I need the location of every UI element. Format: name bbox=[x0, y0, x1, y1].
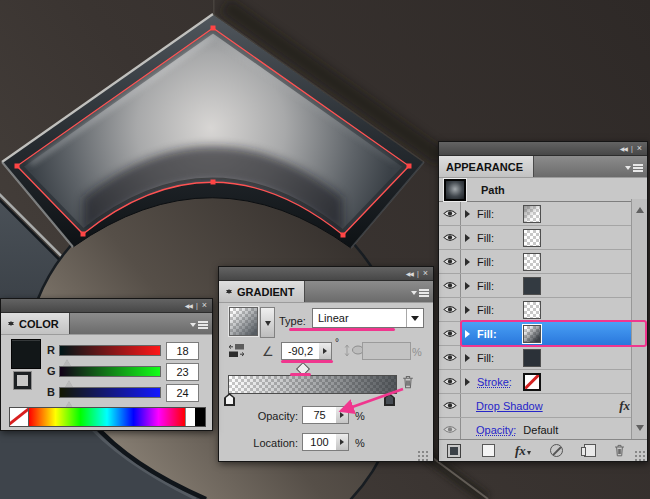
appearance-row-opacity[interactable]: Opacity: Default bbox=[439, 418, 647, 441]
gradient-preset-dropdown[interactable] bbox=[260, 307, 275, 338]
slider-handle-icon[interactable] bbox=[63, 355, 71, 366]
green-channel-slider[interactable] bbox=[59, 366, 161, 377]
slider-handle-icon[interactable] bbox=[65, 376, 73, 387]
opacity-label: Opacity: bbox=[219, 410, 298, 422]
tab-appearance[interactable]: APPEARANCE bbox=[439, 156, 534, 177]
drop-shadow-link[interactable]: Drop Shadow bbox=[476, 400, 543, 412]
titlebar-divider: | bbox=[417, 270, 419, 277]
gradient-stop-start[interactable] bbox=[224, 393, 235, 406]
visibility-toggle[interactable] bbox=[439, 250, 461, 273]
disclosure-triangle-icon[interactable] bbox=[465, 282, 474, 290]
location-spinner-button[interactable] bbox=[336, 433, 349, 451]
red-channel-slider[interactable] bbox=[59, 345, 161, 356]
visibility-toggle[interactable] bbox=[439, 226, 461, 249]
fill-swatch[interactable] bbox=[523, 253, 541, 271]
appearance-panel: ◀◀ | × APPEARANCE Path Fill: bbox=[438, 141, 648, 462]
titlebar-divider: | bbox=[631, 145, 633, 152]
blue-value-input[interactable]: 24 bbox=[166, 384, 199, 402]
blue-channel-slider[interactable] bbox=[59, 387, 161, 398]
visibility-toggle[interactable] bbox=[439, 394, 461, 417]
panel-tabbar: APPEARANCE bbox=[439, 156, 647, 178]
tab-gradient[interactable]: GRADIENT bbox=[219, 281, 305, 302]
disclosure-triangle-icon[interactable] bbox=[465, 354, 474, 362]
close-panel-icon[interactable]: × bbox=[423, 269, 428, 278]
appearance-row-fill-4[interactable]: Fill: bbox=[439, 274, 647, 298]
appearance-row-fill-5[interactable]: Fill: bbox=[439, 298, 647, 322]
collapse-panel-icon[interactable]: ◀◀ bbox=[406, 271, 413, 277]
path-thumbnail[interactable] bbox=[444, 179, 466, 201]
add-new-effect-button[interactable]: fx bbox=[515, 443, 531, 459]
appearance-row-stroke[interactable]: Stroke: bbox=[439, 370, 647, 394]
gradient-thumbnail[interactable] bbox=[229, 307, 258, 336]
gradient-angle-input[interactable]: -90,2 bbox=[281, 342, 320, 360]
reverse-gradient-icon[interactable] bbox=[228, 343, 245, 358]
collapse-panel-icon[interactable]: ◀◀ bbox=[620, 146, 627, 152]
eye-icon bbox=[443, 401, 457, 410]
appearance-row-drop-shadow[interactable]: Drop Shadow fx bbox=[439, 394, 647, 418]
tab-color[interactable]: COLOR bbox=[1, 313, 70, 334]
dropdown-arrow-icon[interactable] bbox=[406, 309, 423, 327]
appearance-row-fill-1[interactable]: Fill: bbox=[439, 202, 647, 226]
rainbow-ramp[interactable] bbox=[29, 408, 185, 426]
duplicate-item-button[interactable] bbox=[584, 444, 596, 457]
close-panel-icon[interactable]: × bbox=[202, 301, 207, 310]
visibility-toggle[interactable] bbox=[439, 370, 461, 393]
appearance-row-fill-6-selected[interactable]: Fill: bbox=[439, 322, 647, 346]
visibility-toggle[interactable] bbox=[439, 274, 461, 297]
visibility-toggle[interactable] bbox=[439, 418, 461, 441]
black-swatch[interactable] bbox=[195, 408, 205, 426]
fill-color-proxy[interactable] bbox=[11, 339, 41, 369]
visibility-toggle[interactable] bbox=[439, 346, 461, 369]
panel-resize-grip[interactable] bbox=[417, 450, 428, 461]
stroke-color-proxy[interactable] bbox=[14, 372, 31, 389]
disclosure-triangle-icon[interactable] bbox=[465, 234, 474, 242]
appearance-row-fill-7[interactable]: Fill: bbox=[439, 346, 647, 370]
fill-swatch[interactable] bbox=[523, 205, 541, 223]
visibility-toggle[interactable] bbox=[439, 298, 461, 321]
opacity-link[interactable]: Opacity: bbox=[476, 424, 516, 436]
panel-cycle-icon bbox=[8, 318, 15, 329]
disclosure-triangle-icon[interactable] bbox=[465, 306, 474, 314]
scroll-up-icon[interactable] bbox=[636, 203, 644, 213]
close-panel-icon[interactable]: × bbox=[637, 144, 642, 153]
clear-appearance-button[interactable] bbox=[550, 444, 563, 457]
appearance-row-fill-2[interactable]: Fill: bbox=[439, 226, 647, 250]
add-new-stroke-button[interactable] bbox=[447, 444, 461, 458]
green-value-input[interactable]: 23 bbox=[166, 363, 199, 381]
visibility-toggle[interactable] bbox=[439, 202, 461, 225]
stop-location-input[interactable]: 100 bbox=[302, 433, 337, 451]
visibility-toggle[interactable] bbox=[439, 322, 461, 345]
angle-spinner-button[interactable] bbox=[319, 342, 332, 360]
none-color-swatch[interactable] bbox=[10, 408, 29, 426]
stroke-link[interactable]: Stroke: bbox=[477, 376, 520, 388]
panel-resize-grip[interactable] bbox=[634, 450, 645, 461]
color-spectrum-ramp[interactable] bbox=[9, 407, 206, 427]
panel-menu-icon[interactable] bbox=[411, 287, 429, 298]
collapse-panel-icon[interactable]: ◀◀ bbox=[185, 303, 192, 309]
disclosure-triangle-icon[interactable] bbox=[465, 210, 474, 218]
location-label: Location: bbox=[219, 437, 298, 449]
fill-swatch[interactable] bbox=[523, 277, 541, 295]
disclosure-triangle-icon[interactable] bbox=[465, 258, 474, 266]
gradient-fill-swatch[interactable] bbox=[523, 325, 541, 343]
fill-swatch[interactable] bbox=[523, 229, 541, 247]
red-value-input[interactable]: 18 bbox=[166, 342, 199, 360]
disclosure-triangle-icon[interactable] bbox=[465, 330, 474, 338]
row-label: Fill: bbox=[477, 352, 520, 364]
fill-swatch[interactable] bbox=[523, 349, 541, 367]
delete-item-button[interactable] bbox=[614, 444, 625, 457]
stroke-none-swatch[interactable] bbox=[523, 373, 541, 391]
opacity-value: Default bbox=[523, 424, 558, 436]
appearance-row-fill-3[interactable]: Fill: bbox=[439, 250, 647, 274]
appearance-scrollbar[interactable] bbox=[631, 199, 647, 439]
panel-menu-icon[interactable] bbox=[190, 319, 208, 330]
panel-menu-icon[interactable] bbox=[625, 162, 643, 173]
white-swatch[interactable] bbox=[185, 408, 195, 426]
gradient-type-dropdown[interactable]: Linear bbox=[312, 308, 424, 328]
fill-swatch[interactable] bbox=[523, 301, 541, 319]
gradient-midpoint-slider[interactable] bbox=[296, 362, 310, 376]
add-new-fill-button[interactable] bbox=[482, 444, 495, 457]
scroll-down-icon[interactable] bbox=[636, 425, 644, 435]
appearance-item-row[interactable]: Path bbox=[439, 178, 647, 202]
disclosure-triangle-icon[interactable] bbox=[465, 378, 474, 386]
